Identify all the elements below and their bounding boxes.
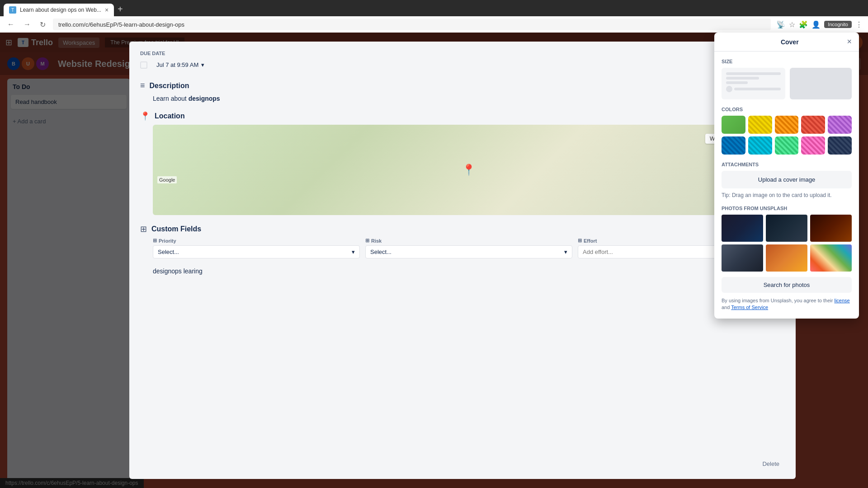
size-options (722, 68, 852, 99)
color-swatch-green[interactable] (722, 116, 745, 134)
priority-label-text: Priority (159, 238, 176, 244)
risk-icon: ⊞ (365, 238, 369, 244)
effort-label-text: Effort (584, 238, 597, 244)
location-title: Location (155, 112, 185, 120)
unsplash-text: By using images from Unsplash, you agree… (722, 298, 833, 303)
unsplash-thumb-3[interactable] (810, 215, 852, 242)
size-line-2 (726, 77, 759, 80)
due-date-value: Jul 7 at 9:59 AM (156, 61, 198, 68)
license-link[interactable]: license (834, 298, 849, 303)
color-swatch-purple-striped[interactable] (828, 116, 852, 134)
bookmark-icon[interactable]: ☆ (789, 20, 795, 29)
unsplash-thumb-5[interactable] (766, 244, 807, 272)
color-swatch-navy-striped[interactable] (828, 136, 852, 155)
tab-bar: T Learn about design ops on Web... × + (0, 0, 868, 16)
due-date-section: Due date Jul 7 at 9:59 AM ▾ (140, 51, 785, 71)
url-input[interactable] (53, 19, 771, 30)
profile-icon[interactable]: 👤 (811, 20, 821, 29)
location-section: 📍 Location Wigmore Park 📍 Google Map dat… (140, 111, 785, 215)
unsplash-grid (722, 215, 852, 272)
address-bar: ← → ↻ 📡 ☆ 🧩 👤 Incognito ⋮ (0, 16, 868, 33)
unsplash-terms: By using images from Unsplash, you agree… (722, 297, 852, 311)
color-swatch-red-striped[interactable] (801, 116, 825, 134)
color-swatch-orange-striped[interactable] (775, 116, 799, 134)
search-photos-btn[interactable]: Search for photos (722, 277, 852, 293)
tab-close-btn[interactable]: × (105, 6, 108, 14)
forward-btn[interactable]: → (22, 19, 33, 30)
card-modal-inner: Due date Jul 7 at 9:59 AM ▾ ≡ Descriptio… (129, 42, 796, 479)
size-line-1 (726, 72, 781, 75)
unsplash-section: Photos from Unsplash Search for photos B… (722, 206, 852, 311)
priority-icon: ⊞ (153, 238, 157, 244)
browser-actions: 📡 ☆ 🧩 👤 Incognito ⋮ (776, 20, 863, 29)
cover-close-btn[interactable]: × (847, 37, 852, 47)
map-container: Wigmore Park 📍 Google Map data ©2023 Lon… (153, 125, 785, 215)
cover-panel-header: Cover × (714, 33, 859, 52)
color-swatch-cyan-striped[interactable] (748, 136, 772, 155)
active-tab[interactable]: T Learn about design ops on Web... × (4, 4, 114, 16)
reload-btn[interactable]: ↻ (38, 19, 47, 31)
custom-fields-grid: ⊞ Priority Select... ▾ ⊞ Risk Select... (153, 238, 785, 258)
map-placeholder: Wigmore Park 📍 Google Map data ©2023 (153, 125, 785, 215)
location-section-header: 📍 Location (140, 111, 785, 121)
tip-text: Tip: Drag an image on to the card to upl… (722, 192, 852, 198)
priority-field: ⊞ Priority Select... ▾ (153, 238, 360, 258)
incognito-badge: Incognito (824, 21, 852, 28)
terms-link[interactable]: Terms of Service (731, 305, 768, 310)
and-text: and (722, 305, 730, 310)
risk-placeholder: Select... (370, 249, 392, 255)
effort-icon: ⊞ (578, 238, 582, 244)
size-line-3 (726, 81, 748, 84)
priority-label: ⊞ Priority (153, 238, 360, 244)
bottom-text: designops learing (140, 267, 785, 275)
upload-btn[interactable]: Upload a cover image (722, 171, 852, 188)
risk-label-text: Risk (371, 238, 382, 244)
description-title: Description (150, 82, 189, 90)
priority-select[interactable]: Select... ▾ (153, 245, 360, 258)
custom-fields-title: Custom Fields (151, 225, 201, 233)
due-date-checkbox[interactable] (140, 61, 147, 69)
size-option-small[interactable] (722, 68, 785, 99)
back-btn[interactable]: ← (5, 19, 16, 30)
menu-icon[interactable]: ⋮ (855, 20, 863, 29)
color-swatch-yellow-striped[interactable] (748, 116, 772, 134)
google-branding: Google (157, 176, 177, 183)
unsplash-thumb-6[interactable] (810, 244, 852, 272)
size-label: Size (722, 59, 852, 64)
new-tab-btn[interactable]: + (114, 2, 127, 16)
unsplash-thumb-4[interactable] (722, 244, 763, 272)
size-bar (734, 88, 781, 90)
cover-panel-title: Cover (732, 38, 847, 46)
risk-label: ⊞ Risk (365, 238, 572, 244)
size-option-full[interactable] (790, 68, 852, 99)
description-bold: designops (189, 95, 220, 102)
cover-panel: Cover × Size Colors (714, 33, 859, 319)
map-pin-icon: 📍 (462, 164, 476, 176)
color-swatch-teal-striped[interactable] (775, 136, 799, 155)
unsplash-thumb-1[interactable] (722, 215, 763, 242)
location-icon: 📍 (140, 111, 150, 121)
description-content: Learn about designops (140, 95, 785, 102)
colors-label: Colors (722, 107, 852, 112)
color-swatch-blue-striped[interactable] (722, 136, 745, 155)
custom-fields-header: ⊞ Custom Fields (140, 224, 785, 234)
color-swatch-pink-striped[interactable] (801, 136, 825, 155)
tab-title: Learn about design ops on Web... (20, 7, 101, 13)
unsplash-thumb-2[interactable] (766, 215, 807, 242)
delete-btn[interactable]: Delete (757, 458, 785, 470)
attachments-section: Attachments Upload a cover image Tip: Dr… (722, 162, 852, 198)
description-icon: ≡ (140, 81, 145, 90)
risk-chevron: ▾ (564, 249, 567, 255)
attachments-label: Attachments (722, 162, 852, 167)
size-dot (726, 86, 732, 92)
description-text: Learn about (153, 95, 189, 102)
due-date-btn[interactable]: Jul 7 at 9:59 AM ▾ (151, 59, 210, 71)
colors-grid (722, 116, 852, 155)
browser-chrome: T Learn about design ops on Web... × + ←… (0, 0, 868, 33)
due-date-label: Due date (140, 51, 785, 56)
custom-fields-section: ⊞ Custom Fields ⊞ Priority Select... ▾ (140, 224, 785, 258)
risk-select[interactable]: Select... ▾ (365, 245, 572, 258)
bottom-content: designops learing (153, 267, 203, 275)
cover-panel-body: Size Colors (714, 52, 859, 319)
extension-icon[interactable]: 🧩 (799, 20, 808, 29)
